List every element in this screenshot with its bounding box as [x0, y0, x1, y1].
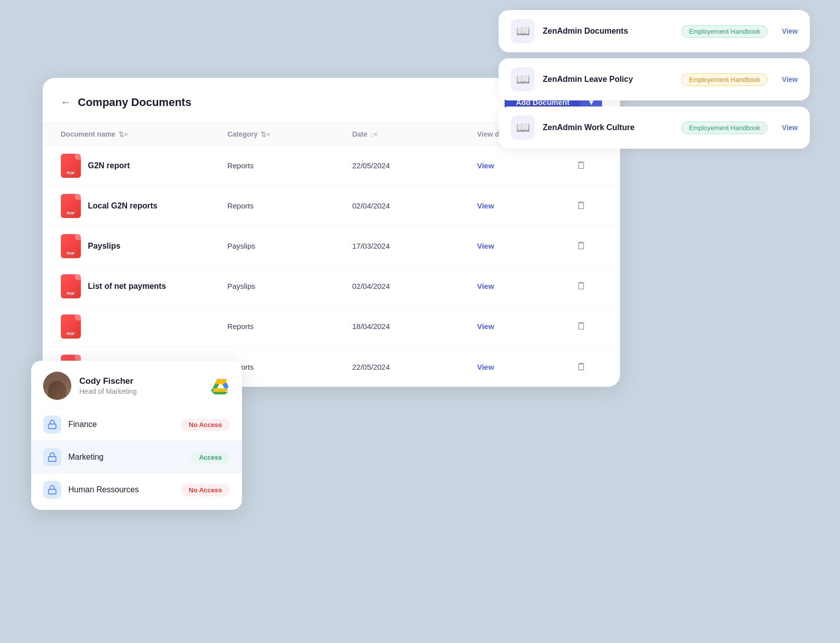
category-text-5: Reports: [227, 322, 352, 331]
doc-card-view-3[interactable]: View: [782, 124, 798, 132]
access-badge-hr: No Access: [181, 484, 230, 496]
col-header-date: Date ↓≡: [352, 130, 477, 138]
user-card: Cody Fischer Head of Marketing Finance: [31, 361, 242, 510]
category-text-6: Reports: [227, 363, 352, 371]
details-icon-2[interactable]: 🗒: [560, 200, 602, 211]
doc-name-cell-1: G2N report: [61, 154, 227, 178]
details-icon-5[interactable]: 🗒: [560, 320, 602, 332]
book-icon-2: 📖: [511, 67, 535, 91]
col-header-doc-name: Document name ⇅≡: [61, 130, 227, 138]
doc-name-text-1: G2N report: [88, 161, 130, 170]
date-text-6: 22/05/2024: [352, 363, 477, 371]
dept-icon-marketing: [43, 448, 61, 466]
details-icon-4[interactable]: 🗒: [560, 280, 602, 292]
dept-name-hr: Human Ressources: [68, 485, 174, 494]
sort-icon-category[interactable]: ⇅≡: [261, 131, 270, 138]
view-link-1[interactable]: View: [477, 161, 560, 170]
access-item-marketing: Marketing Access: [31, 441, 242, 473]
sort-icon-doc-name[interactable]: ⇅≡: [118, 131, 128, 138]
date-text-3: 17/03/2024: [352, 242, 477, 250]
date-text-5: 18/04/2024: [352, 322, 477, 331]
panel-title-group: ← Company Documents: [61, 96, 191, 109]
view-link-2[interactable]: View: [477, 201, 560, 210]
doc-name-text-3: Payslips: [88, 242, 121, 251]
book-icon-1: 📖: [511, 19, 535, 43]
doc-card-view-2[interactable]: View: [782, 75, 798, 83]
category-text-1: Reports: [227, 161, 352, 170]
svg-rect-1: [49, 457, 56, 461]
access-badge-marketing: Access: [191, 451, 230, 464]
doc-card-1: 📖 ZenAdmin Documents Employement Handboo…: [499, 10, 810, 52]
svg-rect-0: [49, 424, 56, 428]
dept-icon-hr: [43, 481, 61, 499]
book-icon-3: 📖: [511, 116, 535, 140]
view-link-6[interactable]: View: [477, 363, 560, 371]
table-row: List of net payments Payslips 02/04/2024…: [43, 266, 620, 306]
details-icon-6[interactable]: 🗒: [560, 361, 602, 373]
sort-icon-date[interactable]: ↓≡: [371, 131, 378, 138]
details-icon-3[interactable]: 🗒: [560, 240, 602, 252]
table-row: G2N report Reports 22/05/2024 View 🗒: [43, 146, 620, 186]
dept-icon-finance: [43, 415, 61, 434]
doc-name-cell-5: [61, 314, 227, 339]
google-drive-icon: [210, 376, 230, 396]
table-row: Reports 18/04/2024 View 🗒: [43, 306, 620, 347]
svg-rect-2: [49, 489, 56, 494]
user-name: Cody Fischer: [79, 376, 202, 386]
date-text-1: 22/05/2024: [352, 161, 477, 170]
access-item-finance: Finance No Access: [31, 408, 242, 441]
doc-card-name-2: ZenAdmin Leave Policy: [543, 75, 673, 84]
doc-name-cell-2: Local G2N reports: [61, 194, 227, 218]
doc-card-2: 📖 ZenAdmin Leave Policy Employement Hand…: [499, 58, 810, 100]
doc-card-3: 📖 ZenAdmin Work Culture Employement Hand…: [499, 106, 810, 149]
view-link-3[interactable]: View: [477, 242, 560, 250]
col-header-category: Category ⇅≡: [227, 130, 352, 138]
table-row: Local G2N reports Reports 02/04/2024 Vie…: [43, 186, 620, 226]
access-list: Finance No Access Marketing Access Human…: [31, 408, 242, 510]
doc-name-cell-4: List of net payments: [61, 274, 227, 298]
dept-name-marketing: Marketing: [68, 453, 184, 462]
details-icon-1[interactable]: 🗒: [560, 160, 602, 171]
table-row: Payslips Payslips 17/03/2024 View 🗒: [43, 226, 620, 266]
back-button[interactable]: ←: [61, 96, 71, 108]
view-link-4[interactable]: View: [477, 282, 560, 290]
pdf-icon-4: [61, 274, 81, 298]
date-text-4: 02/04/2024: [352, 282, 477, 290]
doc-card-badge-1: Employement Handbook: [681, 25, 768, 38]
user-card-header: Cody Fischer Head of Marketing: [31, 361, 242, 408]
doc-name-cell-3: Payslips: [61, 234, 227, 258]
doc-cards-container: 📖 ZenAdmin Documents Employement Handboo…: [499, 10, 810, 149]
doc-card-badge-2: Employement Handbook: [681, 73, 768, 86]
pdf-icon-3: [61, 234, 81, 258]
doc-card-badge-3: Employement Handbook: [681, 122, 768, 134]
view-link-5[interactable]: View: [477, 322, 560, 331]
category-text-2: Reports: [227, 201, 352, 210]
pdf-icon-1: [61, 154, 81, 178]
doc-name-text-2: Local G2N reports: [88, 201, 158, 210]
access-item-hr: Human Ressources No Access: [31, 473, 242, 506]
user-title: Head of Marketing: [79, 387, 202, 395]
doc-card-name-1: ZenAdmin Documents: [543, 27, 673, 36]
documents-table: Document name ⇅≡ Category ⇅≡ Date ↓≡ Vie…: [43, 123, 620, 387]
pdf-icon-5: [61, 314, 81, 339]
user-info: Cody Fischer Head of Marketing: [79, 376, 202, 395]
doc-card-name-3: ZenAdmin Work Culture: [543, 123, 673, 132]
access-badge-finance: No Access: [181, 418, 230, 431]
category-text-3: Payslips: [227, 242, 352, 250]
dept-name-finance: Finance: [68, 420, 174, 429]
doc-card-view-1[interactable]: View: [782, 27, 798, 35]
date-text-2: 02/04/2024: [352, 201, 477, 210]
avatar: [43, 372, 71, 400]
category-text-4: Payslips: [227, 282, 352, 290]
doc-name-text-4: List of net payments: [88, 282, 166, 291]
pdf-icon-2: [61, 194, 81, 218]
panel-title: Company Documents: [78, 96, 191, 109]
